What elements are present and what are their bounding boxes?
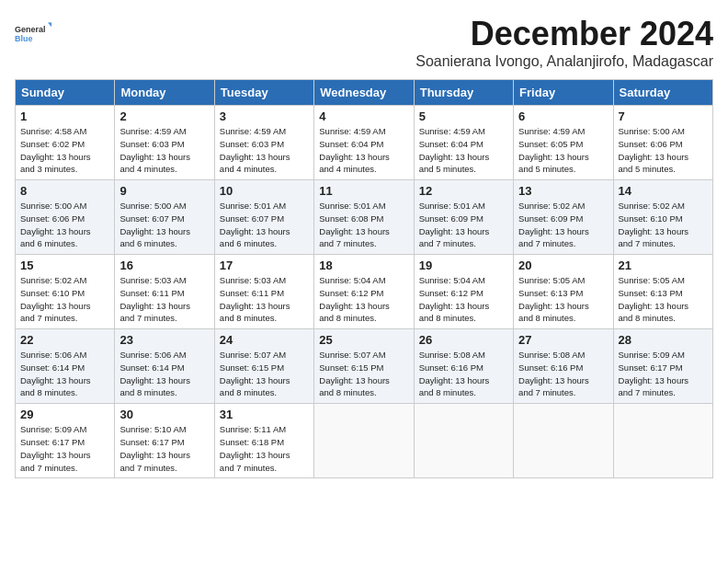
day-info: Sunrise: 5:04 AMSunset: 6:12 PMDaylight:… [319,274,408,325]
calendar-cell: 26Sunrise: 5:08 AMSunset: 6:16 PMDayligh… [414,329,513,404]
day-number: 23 [119,333,209,347]
day-number: 11 [319,184,408,198]
day-info: Sunrise: 5:03 AMSunset: 6:11 PMDaylight:… [220,274,309,325]
day-info: Sunrise: 5:07 AMSunset: 6:15 PMDaylight:… [319,349,408,399]
day-header-saturday: Saturday [613,80,712,106]
svg-text:Blue: Blue [15,34,33,43]
day-header-sunday: Sunday [16,80,115,106]
day-number: 28 [619,333,708,347]
day-number: 27 [518,333,608,347]
calendar-cell [314,404,414,478]
calendar-cell: 4Sunrise: 4:59 AMSunset: 6:04 PMDaylight… [314,106,414,180]
svg-marker-2 [48,23,51,29]
day-info: Sunrise: 5:02 AMSunset: 6:09 PMDaylight:… [518,200,608,250]
title-section: December 2024 Soanierana Ivongo, Analanj… [415,15,713,70]
calendar-cell: 1Sunrise: 4:58 AMSunset: 6:02 PMDaylight… [16,106,115,180]
day-number: 12 [419,184,508,198]
calendar-cell: 3Sunrise: 4:59 AMSunset: 6:03 PMDaylight… [214,106,313,180]
day-info: Sunrise: 5:06 AMSunset: 6:14 PMDaylight:… [119,349,209,399]
day-info: Sunrise: 5:05 AMSunset: 6:13 PMDaylight:… [518,274,608,325]
day-number: 7 [619,109,708,123]
calendar-cell: 18Sunrise: 5:04 AMSunset: 6:12 PMDayligh… [314,255,414,329]
day-number: 19 [419,259,508,272]
day-info: Sunrise: 4:59 AMSunset: 6:04 PMDaylight:… [319,125,408,176]
calendar-cell: 19Sunrise: 5:04 AMSunset: 6:12 PMDayligh… [414,255,513,329]
calendar-cell: 17Sunrise: 5:03 AMSunset: 6:11 PMDayligh… [214,255,313,329]
day-info: Sunrise: 5:03 AMSunset: 6:11 PMDaylight:… [119,274,209,325]
location-title: Soanierana Ivongo, Analanjirofo, Madagas… [415,53,713,70]
day-number: 29 [20,408,109,421]
calendar-cell: 16Sunrise: 5:03 AMSunset: 6:11 PMDayligh… [115,255,214,329]
calendar-cell: 11Sunrise: 5:01 AMSunset: 6:08 PMDayligh… [314,180,414,255]
calendar-cell: 8Sunrise: 5:00 AMSunset: 6:06 PMDaylight… [16,180,115,255]
day-number: 15 [20,259,109,272]
logo: General Blue [15,15,55,52]
calendar-cell: 9Sunrise: 5:00 AMSunset: 6:07 PMDaylight… [115,180,214,255]
day-header-monday: Monday [115,80,214,106]
day-number: 5 [419,109,508,123]
calendar-table: SundayMondayTuesdayWednesdayThursdayFrid… [15,79,713,478]
day-number: 1 [20,109,109,123]
day-info: Sunrise: 5:09 AMSunset: 6:17 PMDaylight:… [619,349,708,399]
calendar-cell: 7Sunrise: 5:00 AMSunset: 6:06 PMDaylight… [613,106,712,180]
day-info: Sunrise: 5:01 AMSunset: 6:07 PMDaylight:… [220,200,309,250]
day-info: Sunrise: 5:01 AMSunset: 6:08 PMDaylight:… [319,200,408,250]
day-number: 26 [419,333,508,347]
calendar-cell: 13Sunrise: 5:02 AMSunset: 6:09 PMDayligh… [514,180,613,255]
day-number: 6 [518,109,608,123]
day-info: Sunrise: 4:59 AMSunset: 6:03 PMDaylight:… [119,125,209,176]
day-number: 24 [220,333,309,347]
day-number: 8 [20,184,109,198]
day-number: 22 [20,333,109,347]
calendar-cell: 20Sunrise: 5:05 AMSunset: 6:13 PMDayligh… [514,255,613,329]
day-info: Sunrise: 5:02 AMSunset: 6:10 PMDaylight:… [20,274,109,325]
day-header-tuesday: Tuesday [214,80,313,106]
day-info: Sunrise: 4:58 AMSunset: 6:02 PMDaylight:… [20,125,109,176]
day-number: 4 [319,109,408,123]
day-number: 20 [518,259,608,272]
day-number: 21 [619,259,708,272]
calendar-cell: 28Sunrise: 5:09 AMSunset: 6:17 PMDayligh… [613,329,712,404]
day-info: Sunrise: 5:00 AMSunset: 6:06 PMDaylight:… [20,200,109,250]
day-header-wednesday: Wednesday [314,80,414,106]
calendar-cell: 21Sunrise: 5:05 AMSunset: 6:13 PMDayligh… [613,255,712,329]
calendar-cell: 12Sunrise: 5:01 AMSunset: 6:09 PMDayligh… [414,180,513,255]
calendar-cell [514,404,613,478]
calendar-cell: 10Sunrise: 5:01 AMSunset: 6:07 PMDayligh… [214,180,313,255]
day-number: 25 [319,333,408,347]
day-number: 2 [119,109,209,123]
calendar-cell: 2Sunrise: 4:59 AMSunset: 6:03 PMDaylight… [115,106,214,180]
day-info: Sunrise: 5:00 AMSunset: 6:06 PMDaylight:… [619,125,708,176]
day-info: Sunrise: 5:06 AMSunset: 6:14 PMDaylight:… [20,349,109,399]
day-info: Sunrise: 5:08 AMSunset: 6:16 PMDaylight:… [419,349,508,399]
day-info: Sunrise: 5:05 AMSunset: 6:13 PMDaylight:… [619,274,708,325]
calendar-cell: 15Sunrise: 5:02 AMSunset: 6:10 PMDayligh… [16,255,115,329]
calendar-cell: 6Sunrise: 4:59 AMSunset: 6:05 PMDaylight… [514,106,613,180]
calendar-cell: 25Sunrise: 5:07 AMSunset: 6:15 PMDayligh… [314,329,414,404]
day-info: Sunrise: 5:01 AMSunset: 6:09 PMDaylight:… [419,200,508,250]
day-info: Sunrise: 5:11 AMSunset: 6:18 PMDaylight:… [220,423,309,474]
day-number: 13 [518,184,608,198]
day-number: 3 [220,109,309,123]
day-info: Sunrise: 5:02 AMSunset: 6:10 PMDaylight:… [619,200,708,250]
calendar-cell: 24Sunrise: 5:07 AMSunset: 6:15 PMDayligh… [214,329,313,404]
calendar-cell: 22Sunrise: 5:06 AMSunset: 6:14 PMDayligh… [16,329,115,404]
calendar-cell: 29Sunrise: 5:09 AMSunset: 6:17 PMDayligh… [16,404,115,478]
day-info: Sunrise: 4:59 AMSunset: 6:03 PMDaylight:… [220,125,309,176]
day-info: Sunrise: 5:10 AMSunset: 6:17 PMDaylight:… [119,423,209,474]
day-info: Sunrise: 5:09 AMSunset: 6:17 PMDaylight:… [20,423,109,474]
calendar-cell: 27Sunrise: 5:08 AMSunset: 6:16 PMDayligh… [514,329,613,404]
day-info: Sunrise: 5:00 AMSunset: 6:07 PMDaylight:… [119,200,209,250]
day-header-thursday: Thursday [414,80,513,106]
calendar-cell: 5Sunrise: 4:59 AMSunset: 6:04 PMDaylight… [414,106,513,180]
calendar-cell [414,404,513,478]
day-info: Sunrise: 4:59 AMSunset: 6:04 PMDaylight:… [419,125,508,176]
day-number: 14 [619,184,708,198]
calendar-cell: 31Sunrise: 5:11 AMSunset: 6:18 PMDayligh… [214,404,313,478]
month-title: December 2024 [415,15,713,53]
day-info: Sunrise: 5:04 AMSunset: 6:12 PMDaylight:… [419,274,508,325]
day-number: 31 [220,408,309,421]
day-header-friday: Friday [514,80,613,106]
day-number: 9 [119,184,209,198]
day-number: 10 [220,184,309,198]
